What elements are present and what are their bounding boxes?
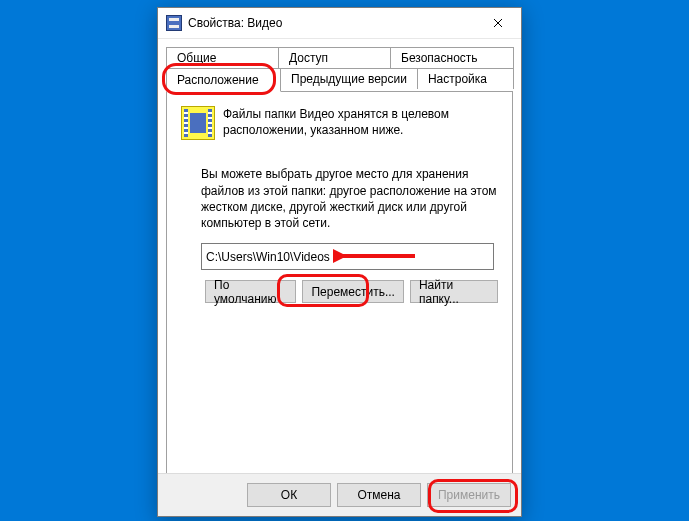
path-input-value: C:\Users\Win10\Videos	[206, 250, 330, 264]
tabs-container: Общие Доступ Безопасность Расположение П…	[166, 47, 513, 499]
location-description-2: Вы можете выбрать другое место для хране…	[201, 166, 498, 231]
close-button[interactable]	[475, 8, 521, 38]
window-title: Свойства: Видео	[188, 16, 475, 30]
video-large-icon	[181, 106, 215, 140]
tab-previous-versions[interactable]: Предыдущие версии	[280, 68, 418, 89]
tab-customize[interactable]: Настройка	[417, 68, 514, 89]
video-folder-icon	[166, 15, 182, 31]
path-input[interactable]: C:\Users\Win10\Videos	[201, 243, 494, 270]
ok-button[interactable]: ОК	[247, 483, 331, 507]
close-icon	[493, 18, 503, 28]
titlebar[interactable]: Свойства: Видео	[158, 8, 521, 39]
move-button[interactable]: Переместить...	[302, 280, 404, 303]
tab-location[interactable]: Расположение	[166, 68, 281, 92]
restore-default-button[interactable]: По умолчанию	[205, 280, 296, 303]
tab-panel-location: Файлы папки Видео хранятся в целевом рас…	[166, 91, 513, 499]
tab-general[interactable]: Общие	[166, 47, 279, 68]
find-folder-button[interactable]: Найти папку...	[410, 280, 498, 303]
tab-sharing[interactable]: Доступ	[278, 47, 391, 68]
apply-button[interactable]: Применить	[427, 483, 511, 507]
tab-security[interactable]: Безопасность	[390, 47, 514, 68]
tabs-row-2: Расположение Предыдущие версии Настройка	[166, 68, 513, 91]
properties-dialog: Свойства: Видео Общие Доступ Безопасност…	[157, 7, 522, 517]
dialog-footer: ОК Отмена Применить	[158, 473, 521, 516]
location-description-1: Файлы папки Видео хранятся в целевом рас…	[223, 106, 498, 138]
location-buttons-row: По умолчанию Переместить... Найти папку.…	[205, 280, 498, 303]
tabs-row-1: Общие Доступ Безопасность	[166, 47, 513, 68]
cancel-button[interactable]: Отмена	[337, 483, 421, 507]
